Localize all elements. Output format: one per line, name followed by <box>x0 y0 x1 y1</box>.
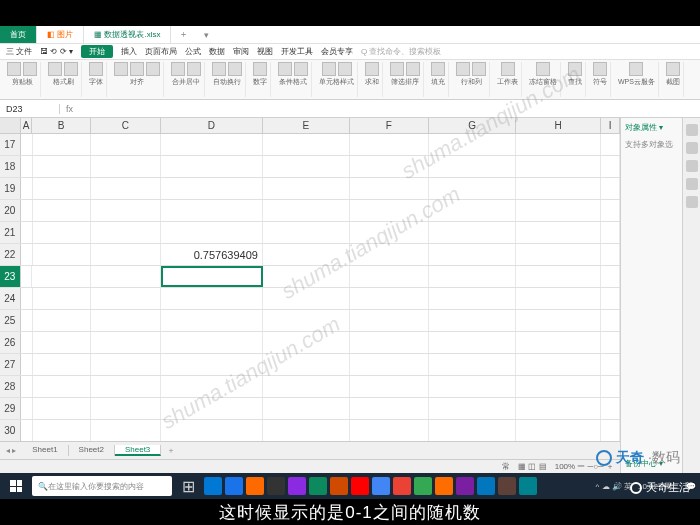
cell-B30[interactable] <box>33 420 92 441</box>
cell-H25[interactable] <box>516 310 601 331</box>
cell-E28[interactable] <box>263 376 350 397</box>
cell-C23[interactable] <box>91 266 161 287</box>
cell-D29[interactable] <box>161 398 263 419</box>
cell-E29[interactable] <box>263 398 350 419</box>
cell-D21[interactable] <box>161 222 263 243</box>
cell-E19[interactable] <box>263 178 350 199</box>
taskbar-app-icon[interactable] <box>309 477 327 495</box>
cell-B20[interactable] <box>33 200 92 221</box>
cell-H30[interactable] <box>516 420 601 441</box>
cell-G17[interactable] <box>429 134 516 155</box>
cell-I19[interactable] <box>601 178 620 199</box>
cell-D25[interactable] <box>161 310 263 331</box>
cell-B22[interactable] <box>33 244 92 265</box>
start-button[interactable] <box>4 475 28 497</box>
cell-H23[interactable] <box>516 266 601 287</box>
cell-B19[interactable] <box>33 178 92 199</box>
cell-G29[interactable] <box>429 398 516 419</box>
cell-H27[interactable] <box>516 354 601 375</box>
row-header[interactable]: 28 <box>0 376 21 397</box>
taskbar-app-icon[interactable] <box>519 477 537 495</box>
vtool-icon[interactable] <box>686 142 698 154</box>
cell-C21[interactable] <box>91 222 161 243</box>
cell-D28[interactable] <box>161 376 263 397</box>
cell-I24[interactable] <box>601 288 620 309</box>
taskbar-app-icon[interactable] <box>372 477 390 495</box>
taskbar-app-icon[interactable] <box>498 477 516 495</box>
cell-D19[interactable] <box>161 178 263 199</box>
cell-I21[interactable] <box>601 222 620 243</box>
cell-D23[interactable] <box>161 266 263 287</box>
cell-F28[interactable] <box>350 376 429 397</box>
cell-H28[interactable] <box>516 376 601 397</box>
cell-G27[interactable] <box>429 354 516 375</box>
col-header-C[interactable]: C <box>91 118 161 133</box>
taskbar-app-icon[interactable] <box>414 477 432 495</box>
cell-B21[interactable] <box>33 222 92 243</box>
taskbar-app-icon[interactable] <box>477 477 495 495</box>
taskbar-app-icon[interactable] <box>330 477 348 495</box>
cell-I18[interactable] <box>601 156 620 177</box>
cell-H29[interactable] <box>516 398 601 419</box>
cell-G26[interactable] <box>429 332 516 353</box>
cell-I28[interactable] <box>601 376 620 397</box>
cell-A28[interactable] <box>21 376 33 397</box>
menu-data[interactable]: 数据 <box>209 46 225 57</box>
cell-E18[interactable] <box>263 156 350 177</box>
cell-G23[interactable] <box>429 266 516 287</box>
menu-file[interactable]: 三 文件 <box>6 46 32 57</box>
cell-B26[interactable] <box>33 332 92 353</box>
cell-C18[interactable] <box>91 156 161 177</box>
row-header[interactable]: 30 <box>0 420 21 441</box>
menu-insert[interactable]: 插入 <box>121 46 137 57</box>
row-header[interactable]: 22 <box>0 244 21 265</box>
cell-I27[interactable] <box>601 354 620 375</box>
cell-F26[interactable] <box>350 332 429 353</box>
cell-F17[interactable] <box>350 134 429 155</box>
cell-I29[interactable] <box>601 398 620 419</box>
cell-F23[interactable] <box>350 266 429 287</box>
cell-G28[interactable] <box>429 376 516 397</box>
cell-I25[interactable] <box>601 310 620 331</box>
cell-A21[interactable] <box>21 222 33 243</box>
tab-add-icon[interactable]: ＋ <box>171 28 196 41</box>
row-header[interactable]: 19 <box>0 178 21 199</box>
cell-C22[interactable] <box>91 244 161 265</box>
cell-A18[interactable] <box>21 156 33 177</box>
cell-I22[interactable] <box>601 244 620 265</box>
vtool-icon[interactable] <box>686 124 698 136</box>
menu-dev[interactable]: 开发工具 <box>281 46 313 57</box>
cell-C30[interactable] <box>91 420 161 441</box>
cell-H18[interactable] <box>516 156 601 177</box>
cell-G30[interactable] <box>429 420 516 441</box>
cell-I30[interactable] <box>601 420 620 441</box>
taskbar-app-icon[interactable] <box>351 477 369 495</box>
cell-G25[interactable] <box>429 310 516 331</box>
cell-E24[interactable] <box>263 288 350 309</box>
cell-G24[interactable] <box>429 288 516 309</box>
cell-B17[interactable] <box>33 134 92 155</box>
cell-A22[interactable] <box>21 244 33 265</box>
cell-D18[interactable] <box>161 156 263 177</box>
cell-H21[interactable] <box>516 222 601 243</box>
cell-I17[interactable] <box>601 134 620 155</box>
cell-E20[interactable] <box>263 200 350 221</box>
cell-F22[interactable] <box>350 244 429 265</box>
cell-A30[interactable] <box>21 420 33 441</box>
sheet-tab[interactable]: Sheet1 <box>22 445 68 456</box>
cell-D20[interactable] <box>161 200 263 221</box>
cell-E26[interactable] <box>263 332 350 353</box>
cell-C27[interactable] <box>91 354 161 375</box>
cell-E21[interactable] <box>263 222 350 243</box>
col-header-A[interactable]: A <box>21 118 32 133</box>
cell-G21[interactable] <box>429 222 516 243</box>
cell-H24[interactable] <box>516 288 601 309</box>
menu-start[interactable]: 开始 <box>81 45 113 58</box>
taskbar-app-icon[interactable] <box>246 477 264 495</box>
row-header[interactable]: 26 <box>0 332 21 353</box>
cell-C17[interactable] <box>91 134 161 155</box>
cell-A17[interactable] <box>21 134 33 155</box>
vtool-icon[interactable] <box>686 196 698 208</box>
cell-E27[interactable] <box>263 354 350 375</box>
taskbar-app-icon[interactable] <box>456 477 474 495</box>
